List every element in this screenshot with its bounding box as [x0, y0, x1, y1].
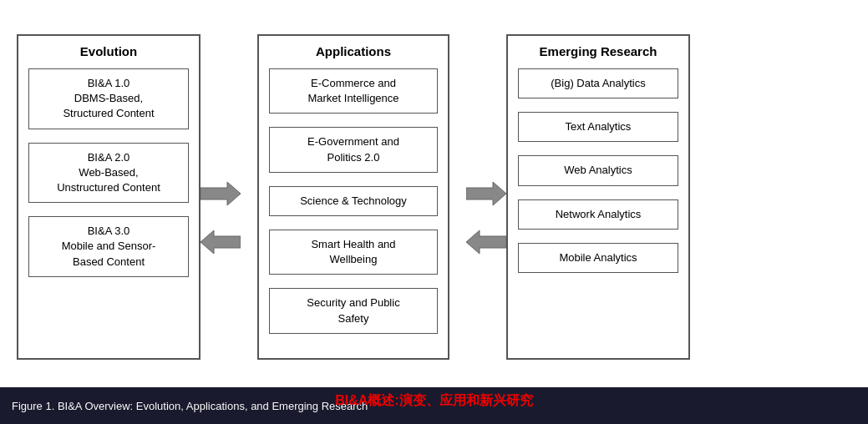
emerging-title: Emerging Research	[540, 44, 657, 58]
arrow-right-2	[466, 181, 506, 206]
emerging-item-3: Web Analytics	[518, 155, 678, 185]
evolution-title: Evolution	[80, 44, 137, 58]
arrows-right	[466, 139, 506, 255]
app-item-3: Science & Technology	[269, 186, 438, 216]
applications-title: Applications	[316, 44, 391, 58]
arrow-right-1	[201, 181, 241, 206]
footer-text-chinese: BI&A概述:演变、应用和新兴研究	[335, 392, 532, 410]
arrow-left-1	[201, 230, 241, 255]
svg-marker-1	[201, 230, 241, 254]
column-emerging: Emerging Research (Big) Data Analytics T…	[506, 34, 690, 360]
app-item-1: E-Commerce andMarket Intelligence	[269, 68, 438, 114]
app-item-5: Security and PublicSafety	[269, 288, 438, 333]
columns-wrapper: Evolution BI&A 1.0DBMS-Based,Structured …	[17, 15, 851, 379]
arrows-left	[201, 139, 241, 255]
evolution-item-1: BI&A 1.0DBMS-Based,Structured Content	[28, 68, 189, 129]
svg-marker-2	[466, 182, 506, 205]
column-evolution: Evolution BI&A 1.0DBMS-Based,Structured …	[17, 34, 201, 360]
emerging-item-1: (Big) Data Analytics	[518, 68, 678, 98]
svg-marker-3	[466, 230, 506, 254]
evolution-item-2: BI&A 2.0Web-Based,Unstructured Content	[28, 143, 189, 204]
arrow-left-2	[466, 230, 506, 255]
footer: Figure 1. BI&A Overview: Evolution, Appl…	[0, 387, 868, 424]
evolution-items: BI&A 1.0DBMS-Based,Structured Content BI…	[28, 68, 189, 277]
emerging-item-4: Network Analytics	[518, 199, 678, 230]
main-content: Evolution BI&A 1.0DBMS-Based,Structured …	[0, 0, 868, 387]
emerging-item-2: Text Analytics	[518, 112, 678, 142]
applications-items: E-Commerce andMarket Intelligence E-Gove…	[269, 68, 438, 334]
app-item-4: Smart Health andWellbeing	[269, 230, 438, 275]
svg-marker-0	[201, 182, 241, 205]
footer-text-english: Figure 1. BI&A Overview: Evolution, Appl…	[12, 400, 368, 412]
app-item-2: E-Government andPolitics 2.0	[269, 127, 438, 172]
emerging-items: (Big) Data Analytics Text Analytics Web …	[518, 68, 678, 273]
emerging-item-5: Mobile Analytics	[518, 243, 678, 273]
column-applications: Applications E-Commerce andMarket Intell…	[257, 34, 449, 360]
evolution-item-3: BI&A 3.0Mobile and Sensor-Based Content	[28, 216, 189, 277]
